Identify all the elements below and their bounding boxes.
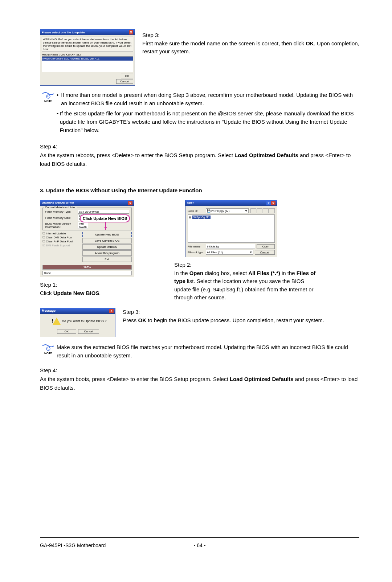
- newfolder-icon[interactable]: [263, 208, 269, 213]
- step3b-text: Step 3: Press OK to begin the BIOS updat…: [123, 308, 359, 337]
- step3-text: Step 3: First make sure the model name o…: [142, 29, 359, 86]
- section-3-row: Gigabyte @BIOS Writer X Current Mainboar…: [40, 200, 359, 302]
- message-body: Do you want to Update BIOS ? OK Cancel: [40, 314, 115, 337]
- note-icon: NOTE: [40, 91, 57, 136]
- ok-button[interactable]: OK: [57, 329, 77, 334]
- chk-clear-dmi[interactable]: ☐ Clear DMI Data Pool: [42, 236, 82, 239]
- help-icon[interactable]: ?: [266, 201, 271, 205]
- model-list-selected[interactable]: nVIDIA nForce4 SLI, AWARD BIOS, Ver.F11: [42, 57, 133, 61]
- toolbar-icons: [250, 208, 275, 213]
- bios-writer-checks: ☐ Internet Update ☐ Clear DMI Data Pool …: [42, 231, 82, 263]
- bullet-icon: •: [57, 91, 61, 108]
- close-icon[interactable]: X: [129, 30, 133, 34]
- section-heading-3: 3. Update the BIOS without Using the Int…: [40, 187, 359, 193]
- close-icon[interactable]: X: [109, 309, 114, 313]
- note-block-2: NOTE Make sure the extracted BIOS file m…: [40, 343, 359, 360]
- bullet-icon: •: [57, 109, 60, 135]
- footer-model: GA-945PL-S3G Motherboard: [40, 542, 134, 548]
- note-item-1: If more than one model is present when d…: [61, 91, 359, 108]
- cancel-button[interactable]: Cancel: [255, 250, 275, 255]
- views-icon[interactable]: [269, 208, 275, 213]
- footer-rule: [40, 537, 359, 538]
- file-icon: ▤: [189, 216, 192, 219]
- bios-writer-lower: ☐ Internet Update ☐ Clear DMI Data Pool …: [42, 231, 132, 263]
- up-icon[interactable]: [257, 208, 262, 213]
- page-footer: GA-945PL-S3G Motherboard - 64 -: [40, 541, 359, 563]
- filename-input[interactable]: 945pls3g: [206, 244, 255, 249]
- dialog-titlebar: Please select one file to update X: [40, 29, 135, 35]
- message-text: Do you want to Update BIOS ?: [62, 319, 106, 323]
- warning-text: WARNING: Before you select the model nam…: [42, 37, 133, 52]
- svg-point-5: [49, 348, 49, 348]
- open-button[interactable]: Open: [257, 244, 275, 249]
- bios-version-field: Intel AWAR: [78, 222, 88, 229]
- step4a: Step 4: As the system reboots, press <De…: [40, 142, 359, 168]
- svg-point-0: [46, 95, 50, 98]
- model-name-label: Model Name : GA-K8NXP-SLI: [42, 53, 133, 56]
- svg-point-1: [47, 95, 48, 96]
- dialog-buttons: OK Cancel: [42, 74, 133, 84]
- close-icon[interactable]: X: [271, 201, 275, 205]
- section-step3b: Message X Do you want to Update BIOS ? O…: [40, 308, 359, 337]
- model-select-dialog: Please select one file to update X WARNI…: [40, 29, 135, 86]
- bios-writer-title-text: Gigabyte @BIOS Writer: [42, 201, 74, 205]
- note-list: •If more than one model is present when …: [57, 91, 359, 136]
- save-current-bios-button[interactable]: Save Current BIOS: [82, 238, 132, 243]
- svg-point-2: [49, 95, 49, 96]
- warning-icon: [49, 317, 57, 325]
- chk-internet-update[interactable]: ☐ Internet Update: [42, 232, 82, 235]
- step3-body: First make sure the model name on the sc…: [142, 40, 359, 56]
- callout-update-new-bios: Click Update New BIOS: [80, 214, 130, 222]
- file-selected[interactable]: 945pls3g.f11: [192, 216, 211, 219]
- cancel-button[interactable]: Cancel: [116, 79, 133, 84]
- bios-writer-dialog: Gigabyte @BIOS Writer X Current Mainboar…: [40, 200, 134, 277]
- exit-button[interactable]: Exit: [82, 257, 132, 262]
- step2-caption: Step 2: In the Open dialog box, select A…: [174, 261, 319, 302]
- dialog-body: WARNING: Before you select the model nam…: [40, 35, 135, 85]
- open-dialog-body: Look in: 💾 3½ Floppy (A:)▼ ▤ 945pls3g.f1…: [185, 206, 277, 257]
- open-dialog-titlebar: Open ? X: [185, 200, 277, 206]
- step4b: Step 4: As the system boots, press <Dele…: [40, 366, 359, 392]
- dialog-title-text: Please select one file to update: [42, 31, 85, 34]
- step4a-label: Step 4:: [40, 142, 359, 151]
- chk-smi-flash: ☑ SMI Flash Support: [42, 244, 82, 247]
- footer-pagenum: - 64 -: [134, 542, 265, 548]
- step3-label: Step 3:: [142, 31, 359, 40]
- status-done: Done: [42, 271, 132, 275]
- chk-clear-pnp[interactable]: ☐ Clear PnP Data Pool: [42, 240, 82, 243]
- bios-writer-buttons: Update New BIOS Save Current BIOS Update…: [82, 231, 132, 263]
- back-icon[interactable]: [250, 208, 256, 213]
- model-list[interactable]: nVIDIA nForce4 SLI, AWARD BIOS, Ver.F11: [42, 56, 133, 72]
- filetype-combo[interactable]: All Files (*.*)▼: [206, 250, 253, 255]
- bios-writer-wrap: Gigabyte @BIOS Writer X Current Mainboar…: [40, 200, 134, 302]
- open-dialog-wrap: Open ? X Look in: 💾 3½ Floppy (A:)▼: [174, 200, 319, 302]
- document-page: Please select one file to update X WARNI…: [0, 0, 392, 574]
- update-new-bios-button[interactable]: Update New BIOS: [82, 232, 132, 237]
- file-list[interactable]: ▤ 945pls3g.f11: [188, 214, 275, 243]
- bios-writer-titlebar: Gigabyte @BIOS Writer X: [40, 200, 134, 206]
- message-titlebar: Message X: [40, 308, 115, 314]
- update-atbios-button[interactable]: Update @BIOS: [82, 244, 132, 250]
- step1-caption: Step 1: Click Update New BIOS.: [40, 281, 134, 297]
- lookin-combo[interactable]: 💾 3½ Floppy (A:)▼: [206, 208, 249, 213]
- callout-arrow-icon: [105, 222, 106, 230]
- svg-point-3: [46, 347, 50, 351]
- note2-text: Make sure the extracted BIOS file matche…: [57, 343, 359, 360]
- progress-bar: 100%: [42, 265, 132, 270]
- svg-point-4: [47, 348, 48, 348]
- about-button[interactable]: About this program: [82, 250, 132, 256]
- ok-button[interactable]: OK: [121, 74, 133, 78]
- section-step3-top: Please select one file to update X WARNI…: [40, 29, 359, 86]
- note-item-2: If the BIOS update file for your motherb…: [60, 109, 359, 135]
- note-icon: NOTE: [40, 343, 57, 360]
- message-dialog: Message X Do you want to Update BIOS ? O…: [40, 308, 115, 337]
- cancel-button[interactable]: Cancel: [78, 329, 99, 334]
- note-block-1: NOTE •If more than one model is present …: [40, 91, 359, 136]
- step4a-body: As the system reboots, press <Delete> to…: [40, 151, 359, 168]
- flash-type-field: SST 29VF040B: [78, 210, 129, 214]
- close-icon[interactable]: X: [128, 201, 132, 205]
- open-dialog: Open ? X Look in: 💾 3½ Floppy (A:)▼: [185, 200, 277, 257]
